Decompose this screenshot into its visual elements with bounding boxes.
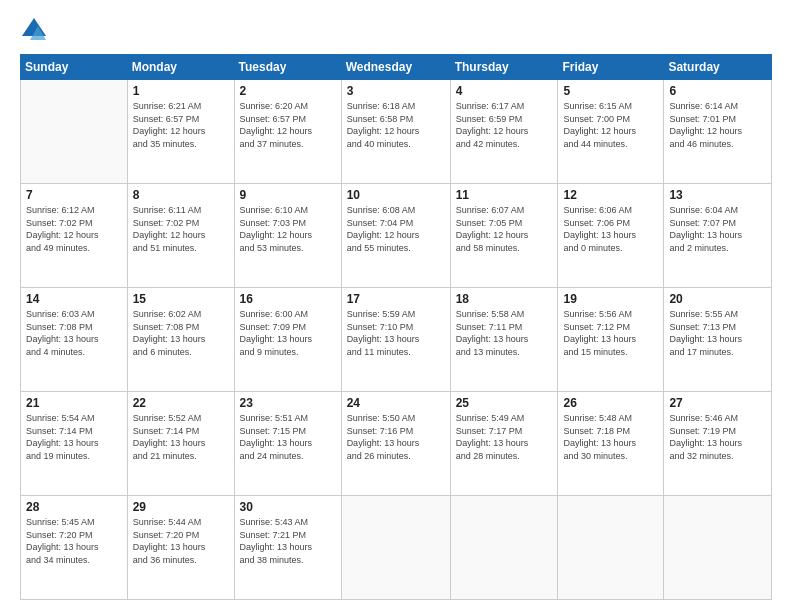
day-info: Sunrise: 6:17 AMSunset: 6:59 PMDaylight:… [456, 100, 553, 150]
day-number: 9 [240, 188, 336, 202]
day-number: 19 [563, 292, 658, 306]
day-number: 23 [240, 396, 336, 410]
day-number: 27 [669, 396, 766, 410]
day-info: Sunrise: 5:48 AMSunset: 7:18 PMDaylight:… [563, 412, 658, 462]
week-row-4: 21Sunrise: 5:54 AMSunset: 7:14 PMDayligh… [21, 392, 772, 496]
day-number: 30 [240, 500, 336, 514]
day-info: Sunrise: 5:45 AMSunset: 7:20 PMDaylight:… [26, 516, 122, 566]
day-number: 24 [347, 396, 445, 410]
day-info: Sunrise: 6:20 AMSunset: 6:57 PMDaylight:… [240, 100, 336, 150]
calendar-cell: 25Sunrise: 5:49 AMSunset: 7:17 PMDayligh… [450, 392, 558, 496]
calendar-cell: 28Sunrise: 5:45 AMSunset: 7:20 PMDayligh… [21, 496, 128, 600]
calendar-cell: 27Sunrise: 5:46 AMSunset: 7:19 PMDayligh… [664, 392, 772, 496]
day-info: Sunrise: 6:10 AMSunset: 7:03 PMDaylight:… [240, 204, 336, 254]
day-number: 22 [133, 396, 229, 410]
weekday-header-wednesday: Wednesday [341, 55, 450, 80]
day-number: 5 [563, 84, 658, 98]
day-info: Sunrise: 5:50 AMSunset: 7:16 PMDaylight:… [347, 412, 445, 462]
day-info: Sunrise: 6:14 AMSunset: 7:01 PMDaylight:… [669, 100, 766, 150]
calendar-cell: 9Sunrise: 6:10 AMSunset: 7:03 PMDaylight… [234, 184, 341, 288]
calendar-cell [664, 496, 772, 600]
day-number: 1 [133, 84, 229, 98]
day-info: Sunrise: 6:06 AMSunset: 7:06 PMDaylight:… [563, 204, 658, 254]
weekday-header-monday: Monday [127, 55, 234, 80]
weekday-header-saturday: Saturday [664, 55, 772, 80]
weekday-header-friday: Friday [558, 55, 664, 80]
logo [20, 16, 54, 44]
calendar-cell: 26Sunrise: 5:48 AMSunset: 7:18 PMDayligh… [558, 392, 664, 496]
calendar-cell: 12Sunrise: 6:06 AMSunset: 7:06 PMDayligh… [558, 184, 664, 288]
calendar-cell: 29Sunrise: 5:44 AMSunset: 7:20 PMDayligh… [127, 496, 234, 600]
calendar-body: 1Sunrise: 6:21 AMSunset: 6:57 PMDaylight… [21, 80, 772, 600]
calendar-cell: 16Sunrise: 6:00 AMSunset: 7:09 PMDayligh… [234, 288, 341, 392]
calendar-cell [21, 80, 128, 184]
day-number: 3 [347, 84, 445, 98]
calendar-cell: 2Sunrise: 6:20 AMSunset: 6:57 PMDaylight… [234, 80, 341, 184]
day-info: Sunrise: 5:54 AMSunset: 7:14 PMDaylight:… [26, 412, 122, 462]
calendar-table: SundayMondayTuesdayWednesdayThursdayFrid… [20, 54, 772, 600]
day-info: Sunrise: 6:07 AMSunset: 7:05 PMDaylight:… [456, 204, 553, 254]
week-row-2: 7Sunrise: 6:12 AMSunset: 7:02 PMDaylight… [21, 184, 772, 288]
calendar-cell: 11Sunrise: 6:07 AMSunset: 7:05 PMDayligh… [450, 184, 558, 288]
calendar-cell: 6Sunrise: 6:14 AMSunset: 7:01 PMDaylight… [664, 80, 772, 184]
day-number: 7 [26, 188, 122, 202]
day-number: 18 [456, 292, 553, 306]
header [20, 16, 772, 44]
day-number: 10 [347, 188, 445, 202]
weekday-header-tuesday: Tuesday [234, 55, 341, 80]
day-number: 17 [347, 292, 445, 306]
day-info: Sunrise: 6:00 AMSunset: 7:09 PMDaylight:… [240, 308, 336, 358]
day-number: 12 [563, 188, 658, 202]
calendar-header: SundayMondayTuesdayWednesdayThursdayFrid… [21, 55, 772, 80]
week-row-1: 1Sunrise: 6:21 AMSunset: 6:57 PMDaylight… [21, 80, 772, 184]
calendar-cell: 20Sunrise: 5:55 AMSunset: 7:13 PMDayligh… [664, 288, 772, 392]
day-info: Sunrise: 5:51 AMSunset: 7:15 PMDaylight:… [240, 412, 336, 462]
day-number: 14 [26, 292, 122, 306]
day-info: Sunrise: 6:15 AMSunset: 7:00 PMDaylight:… [563, 100, 658, 150]
day-number: 4 [456, 84, 553, 98]
calendar-cell [341, 496, 450, 600]
weekday-header-row: SundayMondayTuesdayWednesdayThursdayFrid… [21, 55, 772, 80]
day-number: 16 [240, 292, 336, 306]
calendar-cell: 15Sunrise: 6:02 AMSunset: 7:08 PMDayligh… [127, 288, 234, 392]
calendar-cell: 14Sunrise: 6:03 AMSunset: 7:08 PMDayligh… [21, 288, 128, 392]
day-info: Sunrise: 6:03 AMSunset: 7:08 PMDaylight:… [26, 308, 122, 358]
day-info: Sunrise: 6:02 AMSunset: 7:08 PMDaylight:… [133, 308, 229, 358]
day-info: Sunrise: 5:49 AMSunset: 7:17 PMDaylight:… [456, 412, 553, 462]
day-info: Sunrise: 5:46 AMSunset: 7:19 PMDaylight:… [669, 412, 766, 462]
day-info: Sunrise: 6:12 AMSunset: 7:02 PMDaylight:… [26, 204, 122, 254]
day-number: 11 [456, 188, 553, 202]
calendar-cell: 5Sunrise: 6:15 AMSunset: 7:00 PMDaylight… [558, 80, 664, 184]
day-info: Sunrise: 6:18 AMSunset: 6:58 PMDaylight:… [347, 100, 445, 150]
day-info: Sunrise: 6:08 AMSunset: 7:04 PMDaylight:… [347, 204, 445, 254]
day-number: 21 [26, 396, 122, 410]
calendar-cell: 3Sunrise: 6:18 AMSunset: 6:58 PMDaylight… [341, 80, 450, 184]
calendar-cell [450, 496, 558, 600]
calendar-cell: 22Sunrise: 5:52 AMSunset: 7:14 PMDayligh… [127, 392, 234, 496]
calendar-cell: 7Sunrise: 6:12 AMSunset: 7:02 PMDaylight… [21, 184, 128, 288]
calendar-cell: 17Sunrise: 5:59 AMSunset: 7:10 PMDayligh… [341, 288, 450, 392]
weekday-header-thursday: Thursday [450, 55, 558, 80]
day-info: Sunrise: 5:55 AMSunset: 7:13 PMDaylight:… [669, 308, 766, 358]
day-number: 26 [563, 396, 658, 410]
calendar-cell: 10Sunrise: 6:08 AMSunset: 7:04 PMDayligh… [341, 184, 450, 288]
week-row-5: 28Sunrise: 5:45 AMSunset: 7:20 PMDayligh… [21, 496, 772, 600]
week-row-3: 14Sunrise: 6:03 AMSunset: 7:08 PMDayligh… [21, 288, 772, 392]
calendar-cell: 13Sunrise: 6:04 AMSunset: 7:07 PMDayligh… [664, 184, 772, 288]
calendar-cell: 1Sunrise: 6:21 AMSunset: 6:57 PMDaylight… [127, 80, 234, 184]
day-number: 25 [456, 396, 553, 410]
day-number: 8 [133, 188, 229, 202]
calendar-cell: 30Sunrise: 5:43 AMSunset: 7:21 PMDayligh… [234, 496, 341, 600]
day-number: 6 [669, 84, 766, 98]
day-info: Sunrise: 5:56 AMSunset: 7:12 PMDaylight:… [563, 308, 658, 358]
day-number: 13 [669, 188, 766, 202]
day-info: Sunrise: 6:11 AMSunset: 7:02 PMDaylight:… [133, 204, 229, 254]
day-number: 15 [133, 292, 229, 306]
day-number: 29 [133, 500, 229, 514]
day-info: Sunrise: 6:21 AMSunset: 6:57 PMDaylight:… [133, 100, 229, 150]
calendar-cell: 19Sunrise: 5:56 AMSunset: 7:12 PMDayligh… [558, 288, 664, 392]
logo-icon [20, 16, 48, 44]
day-number: 2 [240, 84, 336, 98]
page: SundayMondayTuesdayWednesdayThursdayFrid… [0, 0, 792, 612]
day-info: Sunrise: 5:44 AMSunset: 7:20 PMDaylight:… [133, 516, 229, 566]
